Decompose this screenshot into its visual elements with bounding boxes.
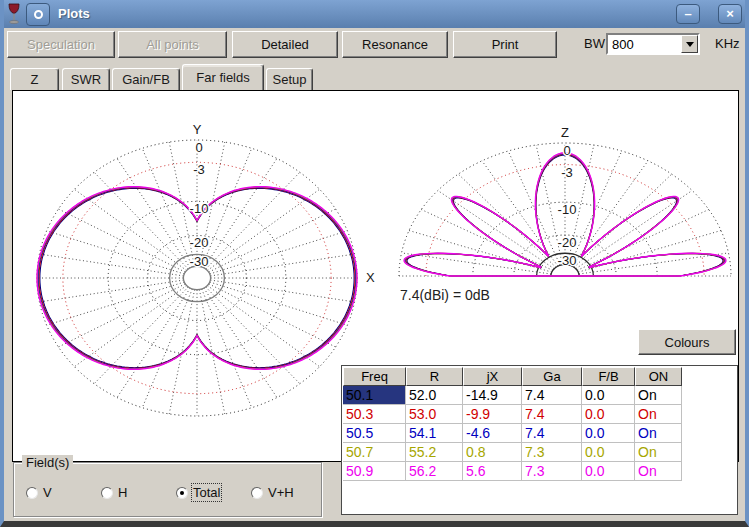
table-cell[interactable]: On xyxy=(635,386,682,405)
column-header-on[interactable]: ON xyxy=(635,367,682,386)
table-cell[interactable]: 7.4 xyxy=(522,386,582,405)
column-header-ga[interactable]: Ga xyxy=(522,367,582,386)
radio-label: V xyxy=(43,485,52,500)
radio-option-total[interactable]: Total xyxy=(176,485,220,500)
table-cell[interactable]: 54.1 xyxy=(406,424,463,443)
tab-swr[interactable]: SWR xyxy=(62,68,110,90)
radio-option-v-h[interactable]: V+H xyxy=(251,485,294,500)
titlebar: Plots – × xyxy=(0,0,749,28)
svg-text:-10: -10 xyxy=(558,202,577,217)
table-header-row: FreqRjXGaF/BON xyxy=(343,367,736,386)
table-row: 50.554.1-4.67.40.0On xyxy=(343,424,736,443)
column-header-r[interactable]: R xyxy=(406,367,463,386)
radio-label: Total xyxy=(193,485,220,500)
table-cell[interactable]: 0.0 xyxy=(582,424,635,443)
table-cell[interactable]: 0.0 xyxy=(582,462,635,481)
colours-button[interactable]: Colours xyxy=(638,329,736,355)
column-header-freq[interactable]: Freq xyxy=(343,367,406,386)
radio-button-icon[interactable] xyxy=(26,487,38,499)
table-cell[interactable]: 50.3 xyxy=(343,405,406,424)
bw-unit-label: KHz xyxy=(715,36,740,51)
toolbar-button-detailed[interactable]: Detailed xyxy=(232,31,338,58)
bw-input[interactable] xyxy=(609,36,681,52)
bw-dropdown-button[interactable] xyxy=(681,35,698,53)
svg-text:-20: -20 xyxy=(190,235,209,250)
table-cell[interactable]: -4.6 xyxy=(463,424,522,443)
table-cell[interactable]: On xyxy=(635,462,682,481)
svg-text:-3: -3 xyxy=(193,162,205,177)
radio-label: H xyxy=(118,485,127,500)
toolbar-button-resonance[interactable]: Resonance xyxy=(342,31,448,58)
svg-text:-30: -30 xyxy=(558,253,577,268)
table-cell[interactable]: 53.0 xyxy=(406,405,463,424)
toolbar-button-all-points: All points xyxy=(118,31,227,58)
gain-reference-label: 7.4(dBi) = 0dB xyxy=(400,287,490,303)
table-cell[interactable]: 55.2 xyxy=(406,443,463,462)
fields-groupbox: Field(s) VHTotalV+H xyxy=(13,462,322,517)
table-cell[interactable]: 0.0 xyxy=(582,443,635,462)
table-cell[interactable]: On xyxy=(635,405,682,424)
table-cell[interactable]: 50.7 xyxy=(343,443,406,462)
table-cell[interactable]: 0.0 xyxy=(582,386,635,405)
svg-text:-3: -3 xyxy=(561,165,573,180)
freq-table: FreqRjXGaF/BON50.152.0-14.97.40.0On50.35… xyxy=(341,365,738,515)
bw-combobox xyxy=(606,33,700,55)
tab-setup[interactable]: Setup xyxy=(266,68,313,90)
plots-window: Plots – × SpeculationAll pointsDetailedR… xyxy=(0,0,749,527)
table-cell[interactable]: 7.3 xyxy=(522,462,582,481)
minimize-button[interactable]: – xyxy=(676,4,700,24)
table-cell[interactable]: 52.0 xyxy=(406,386,463,405)
svg-text:Z: Z xyxy=(561,125,569,140)
bw-label: BW xyxy=(584,36,605,51)
toolbar-button-print[interactable]: Print xyxy=(453,31,557,58)
tab-far-fields[interactable]: Far fields xyxy=(182,64,264,90)
table-cell[interactable]: 56.2 xyxy=(406,462,463,481)
table-cell[interactable]: 50.9 xyxy=(343,462,406,481)
column-header-jx[interactable]: jX xyxy=(463,367,522,386)
system-menu-icon[interactable] xyxy=(26,3,50,26)
svg-text:0: 0 xyxy=(195,140,202,155)
table-cell[interactable]: 7.3 xyxy=(522,443,582,462)
tab-z[interactable]: Z xyxy=(10,68,59,90)
svg-text:-10: -10 xyxy=(190,201,209,216)
table-row: 50.755.20.87.30.0On xyxy=(343,443,736,462)
table-cell[interactable]: 7.4 xyxy=(522,405,582,424)
radio-button-icon[interactable] xyxy=(101,487,113,499)
svg-text:0: 0 xyxy=(563,143,570,158)
fields-group-label: Field(s) xyxy=(22,455,73,470)
table-row: 50.152.0-14.97.40.0On xyxy=(343,386,736,405)
svg-text:Y: Y xyxy=(193,122,202,137)
table-cell[interactable]: -9.9 xyxy=(463,405,522,424)
table-cell[interactable]: 0.8 xyxy=(463,443,522,462)
radio-option-v[interactable]: V xyxy=(26,485,52,500)
radio-option-h[interactable]: H xyxy=(101,485,127,500)
chevron-down-icon xyxy=(686,42,694,47)
close-button[interactable]: × xyxy=(718,4,742,24)
table-row: 50.956.25.67.30.0On xyxy=(343,462,736,481)
radio-label: V+H xyxy=(268,485,294,500)
toolbar-button-speculation: Speculation xyxy=(7,31,115,58)
table-cell[interactable]: On xyxy=(635,443,682,462)
svg-text:-20: -20 xyxy=(558,235,577,250)
table-cell[interactable]: 50.1 xyxy=(343,386,406,405)
wine-glass-icon xyxy=(6,3,22,26)
table-cell[interactable]: 5.6 xyxy=(463,462,522,481)
radio-button-icon[interactable] xyxy=(251,487,263,499)
window-title: Plots xyxy=(58,6,90,21)
table-cell[interactable]: -14.9 xyxy=(463,386,522,405)
table-cell[interactable]: On xyxy=(635,424,682,443)
table-cell[interactable]: 50.5 xyxy=(343,424,406,443)
table-cell[interactable]: 7.4 xyxy=(522,424,582,443)
svg-text:X: X xyxy=(366,270,375,285)
tab-gain-fb[interactable]: Gain/FB xyxy=(112,68,180,90)
table-cell[interactable]: 0.0 xyxy=(582,405,635,424)
svg-text:-30: -30 xyxy=(190,254,209,269)
radio-button-icon[interactable] xyxy=(176,487,188,499)
table-row: 50.353.0-9.97.40.0On xyxy=(343,405,736,424)
column-header-fb[interactable]: F/B xyxy=(582,367,635,386)
